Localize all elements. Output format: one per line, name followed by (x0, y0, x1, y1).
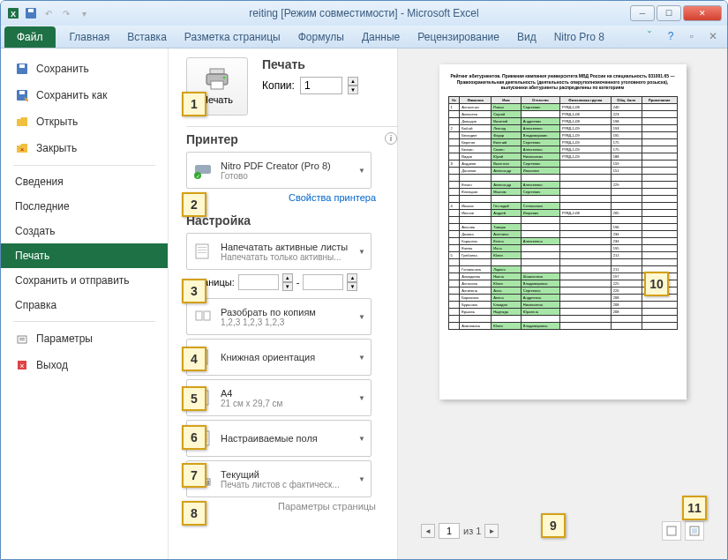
save-icon (15, 62, 29, 76)
nav-label: Печать (15, 250, 49, 262)
nav-close[interactable]: ×Закрыть (1, 135, 168, 161)
copies-down[interactable]: ▼ (348, 86, 358, 94)
pages-from-input[interactable] (238, 274, 279, 290)
printer-ready-icon: ✓ (192, 160, 214, 181)
svg-rect-10 (19, 338, 25, 339)
tab-home[interactable]: Главная (61, 26, 119, 48)
print-header: Печать (262, 57, 358, 71)
svg-rect-7 (19, 91, 25, 94)
callout-11: 11 (682, 496, 707, 520)
dd-main: Настраиваемые поля (221, 433, 365, 444)
nav-exit[interactable]: ×Выход (1, 352, 168, 378)
printer-name: Nitro PDF Creator (Pro 8) (221, 161, 365, 171)
ribbon-tabs: Файл Главная Вставка Разметка страницы Ф… (1, 26, 727, 49)
save-as-icon (15, 88, 29, 102)
page-setup-link[interactable]: Параметры страницы (186, 501, 376, 511)
chevron-down-icon: ▼ (358, 394, 365, 402)
callout-10: 10 (644, 272, 669, 296)
callout-9: 9 (541, 513, 566, 538)
printer-section-title: Принтерi (186, 132, 397, 146)
dd-sub: Печать листов с фактическ... (221, 480, 365, 489)
nav-label: Открыть (36, 116, 78, 128)
help-icon[interactable]: ? (664, 29, 678, 43)
nav-label: Сохранить как (36, 89, 107, 101)
nav-help[interactable]: Справка (1, 293, 168, 317)
minimize-ribbon-icon[interactable]: ˇ (642, 29, 657, 43)
nav-options[interactable]: Параметры (1, 325, 168, 352)
nav-recent[interactable]: Последние (1, 194, 168, 219)
svg-rect-21 (196, 244, 208, 258)
next-page-button[interactable]: ► (484, 524, 499, 538)
redo-icon[interactable]: ↷ (59, 6, 73, 20)
svg-rect-26 (204, 311, 210, 320)
nav-label: Справка (15, 299, 56, 311)
scaling-dropdown[interactable]: 100 ТекущийПечать листов с фактическ... … (186, 460, 372, 497)
pages-to-input[interactable] (303, 274, 343, 290)
collate-icon (192, 306, 214, 327)
tab-review[interactable]: Рецензирование (409, 26, 508, 48)
print-what-dropdown[interactable]: Напечатать активные листыНапечатать толь… (186, 233, 372, 270)
dd-main: Книжная ориентация (221, 352, 365, 362)
svg-text:×: × (20, 146, 25, 153)
prev-page-button[interactable]: ◄ (421, 524, 435, 538)
nav-label: Параметры (36, 332, 93, 345)
excel-icon: X (6, 6, 20, 20)
zoom-to-page-button[interactable] (685, 521, 704, 541)
nav-save[interactable]: Сохранить (1, 56, 168, 82)
nav-info[interactable]: Сведения (1, 169, 168, 194)
undo-icon[interactable]: ↶ (41, 6, 56, 20)
file-tab[interactable]: Файл (4, 26, 56, 48)
svg-text:×: × (19, 362, 24, 370)
close-workbook-icon[interactable]: ✕ (706, 29, 720, 43)
collate-dropdown[interactable]: Разобрать по копиям1,2,3 1,2,3 1,2,3 ▼ (186, 298, 372, 335)
nav-print[interactable]: Печать (1, 243, 168, 268)
dd-main: A4 (221, 388, 365, 399)
copies-up[interactable]: ▲ (348, 77, 358, 86)
nav-new[interactable]: Создать (1, 219, 168, 243)
close-icon: × (15, 141, 29, 155)
tab-nitro[interactable]: Nitro Pro 8 (545, 26, 613, 48)
dd-main: Напечатать активные листы (221, 242, 365, 252)
margins-dropdown[interactable]: Настраиваемые поля ▼ (186, 420, 372, 457)
svg-rect-14 (210, 69, 224, 74)
page-of-label: из 1 (463, 526, 481, 536)
tab-insert[interactable]: Вставка (118, 26, 176, 48)
callout-5: 5 (182, 386, 206, 411)
printer-properties-link[interactable]: Свойства принтера (186, 192, 376, 203)
maximize-button[interactable]: ☐ (657, 5, 681, 21)
restore-window-icon[interactable]: ▫ (685, 29, 699, 43)
titlebar: X ↶ ↷ ▾ reiting [Режим совместимости] - … (1, 1, 727, 26)
tab-data[interactable]: Данные (353, 26, 409, 48)
dd-sub: 1,2,3 1,2,3 1,2,3 (221, 317, 365, 327)
show-margins-button[interactable] (662, 521, 681, 541)
callout-6: 6 (182, 425, 206, 450)
nav-share[interactable]: Сохранить и отправить (1, 268, 168, 293)
minimize-button[interactable]: ─ (630, 5, 655, 21)
save-icon[interactable] (24, 6, 38, 20)
printer-dropdown[interactable]: ✓ Nitro PDF Creator (Pro 8)Готово ▼ (186, 152, 372, 189)
chevron-down-icon: ▼ (358, 248, 365, 256)
nav-open[interactable]: Открыть (1, 108, 168, 135)
dd-sub: 21 см x 29,7 см (221, 399, 365, 408)
copies-input[interactable] (300, 77, 342, 94)
nav-label: Создать (15, 225, 56, 237)
print-preview-column: Рейтинг абитуриентов. Приемная кампания … (398, 49, 727, 559)
papersize-dropdown[interactable]: A421 см x 29,7 см ▼ (186, 379, 372, 416)
preview-page: Рейтинг абитуриентов. Приемная кампания … (439, 64, 687, 399)
preview-table: №ФамилияИмяОтчествоФизическая группаОбщ.… (448, 96, 678, 330)
tab-formulas[interactable]: Формулы (289, 26, 353, 48)
open-icon (15, 115, 29, 129)
page-number-input[interactable] (439, 523, 460, 539)
printer-status: Готово (221, 171, 365, 181)
options-icon (15, 332, 29, 346)
qat-dropdown-icon[interactable]: ▾ (77, 6, 91, 20)
svg-rect-24 (198, 252, 206, 253)
tab-view[interactable]: Вид (508, 26, 545, 48)
orientation-dropdown[interactable]: Книжная ориентация ▼ (186, 339, 372, 376)
close-button[interactable]: ✕ (683, 5, 722, 21)
svg-rect-5 (19, 64, 25, 68)
svg-rect-23 (198, 250, 206, 250)
nav-save-as[interactable]: Сохранить как (1, 82, 168, 108)
tab-layout[interactable]: Разметка страницы (176, 26, 289, 48)
info-icon[interactable]: i (385, 132, 397, 145)
